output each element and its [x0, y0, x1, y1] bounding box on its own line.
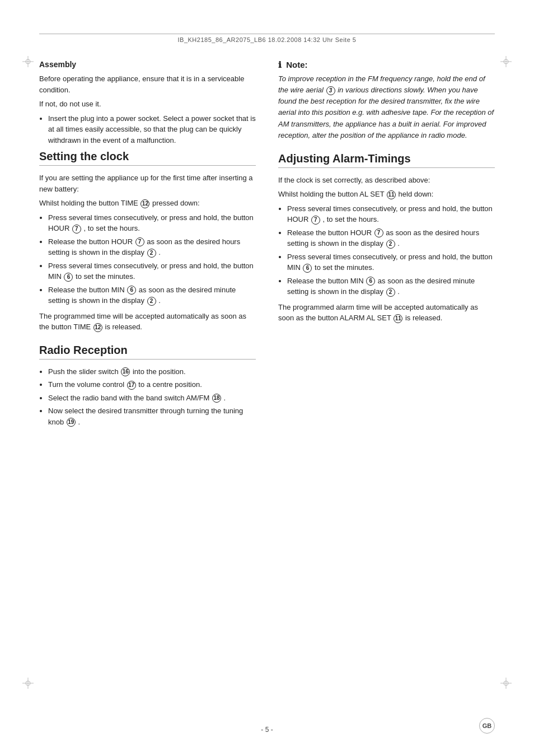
page-number: - 5 - [261, 726, 273, 734]
alarm-display-1: 2 [386, 240, 395, 249]
alarm-item-2: Release the button HOUR 7 as soon as the… [287, 227, 495, 249]
alarm-title: Adjusting Alarm-Timings [278, 152, 495, 168]
radio-item-4: Now select the desired transmitter throu… [48, 405, 256, 427]
header-text: IB_KH2185_86_AR2075_LB6 18.02.2008 14:32… [39, 36, 495, 43]
note-text: To improve reception in the FM frequency… [278, 73, 495, 141]
display-num-1: 2 [147, 249, 156, 258]
alarm-item-4: Release the button MIN 6 as soon as the … [287, 276, 495, 297]
page: IB_KH2185_86_AR2075_LB6 18.02.2008 14:32… [0, 0, 534, 756]
gb-badge: GB [479, 718, 495, 734]
tuning-knob-num: 19 [67, 418, 76, 427]
hour-btn-1: 7 [72, 225, 81, 234]
assembly-section: Assembly Before operating the appliance,… [39, 60, 256, 146]
band-switch-num: 18 [212, 394, 221, 403]
slider-switch-num: 16 [121, 367, 130, 376]
setting-clock-title: Setting the clock [39, 150, 256, 166]
two-col-layout: Assembly Before operating the appliance,… [39, 60, 495, 432]
setting-clock-item-2: Release the button HOUR 7 as soon as the… [48, 236, 256, 258]
radio-item-2: Turn the volume control 17 to a centre p… [48, 379, 256, 390]
setting-clock-intro1: If you are setting the appliance up for … [39, 172, 256, 194]
alarm-hour-btn-1: 7 [311, 216, 320, 225]
setting-clock-section: Setting the clock If you are setting the… [39, 150, 256, 333]
time-btn-outro: 12 [93, 323, 102, 332]
radio-item-3: Select the radio band with the band swit… [48, 393, 256, 404]
header-line [39, 34, 495, 34]
radio-reception-title: Radio Reception [39, 344, 256, 360]
setting-clock-item-4: Release the button MIN 6 as soon as the … [48, 284, 256, 306]
col-left: Assembly Before operating the appliance,… [39, 60, 256, 432]
alarm-al-set-outro: 11 [394, 314, 402, 323]
reg-mark-tl [22, 56, 34, 67]
radio-item-1: Push the slider switch 16 into the posit… [48, 366, 256, 377]
alarm-intro2: Whilst holding the button AL SET 11 held… [278, 189, 495, 200]
display-num-2: 2 [147, 297, 156, 306]
assembly-title: Assembly [39, 60, 256, 69]
setting-clock-list: Press several times consecutively, or pr… [48, 212, 256, 306]
reg-mark-bl [22, 678, 34, 689]
volume-control-num: 17 [127, 381, 136, 390]
setting-clock-item-3: Press several times consecutively, or pr… [48, 260, 256, 282]
alarm-outro: The programmed alarm time will be accept… [278, 302, 495, 324]
reg-mark-tr [500, 56, 512, 67]
note-title: ℹ Note: [278, 60, 495, 70]
alarm-item-3: Press several times consecutively, or pr… [287, 251, 495, 273]
setting-clock-outro: The programmed time will be accepted aut… [39, 311, 256, 333]
reg-mark-br [500, 678, 512, 689]
assembly-item-1: Insert the plug into a power socket. Sel… [48, 113, 256, 146]
assembly-para2: If not, do not use it. [39, 99, 256, 110]
radio-reception-section: Radio Reception Push the slider switch 1… [39, 344, 256, 428]
setting-clock-item-1: Press several times consecutively, or pr… [48, 212, 256, 234]
setting-clock-intro2: Whilst holding the button TIME 12 presse… [39, 198, 256, 209]
aerial-num: 3 [326, 86, 335, 95]
note-section: ℹ Note: To improve reception in the FM f… [278, 60, 495, 141]
hour-btn-2: 7 [135, 237, 144, 246]
min-btn-2: 6 [127, 286, 136, 295]
alarm-min-btn-2: 6 [366, 277, 375, 286]
footer: - 5 - GB [0, 726, 534, 734]
al-set-num: 11 [387, 190, 396, 199]
radio-reception-list: Push the slider switch 16 into the posit… [48, 366, 256, 428]
alarm-display-2: 2 [386, 288, 395, 297]
alarm-hour-btn-2: 7 [374, 228, 383, 237]
alarm-item-1: Press several times consecutively, or pr… [287, 203, 495, 225]
time-button-num: 12 [140, 199, 149, 208]
min-btn-1: 6 [64, 273, 73, 282]
alarm-min-btn-1: 6 [303, 264, 312, 273]
alarm-section: Adjusting Alarm-Timings If the clock is … [278, 152, 495, 324]
alarm-list: Press several times consecutively, or pr… [287, 203, 495, 297]
info-icon: ℹ [278, 60, 282, 69]
alarm-intro1: If the clock is set correctly, as descri… [278, 175, 495, 186]
col-right: ℹ Note: To improve reception in the FM f… [278, 60, 495, 432]
assembly-list: Insert the plug into a power socket. Sel… [48, 113, 256, 146]
assembly-para1: Before operating the appliance, ensure t… [39, 73, 256, 95]
